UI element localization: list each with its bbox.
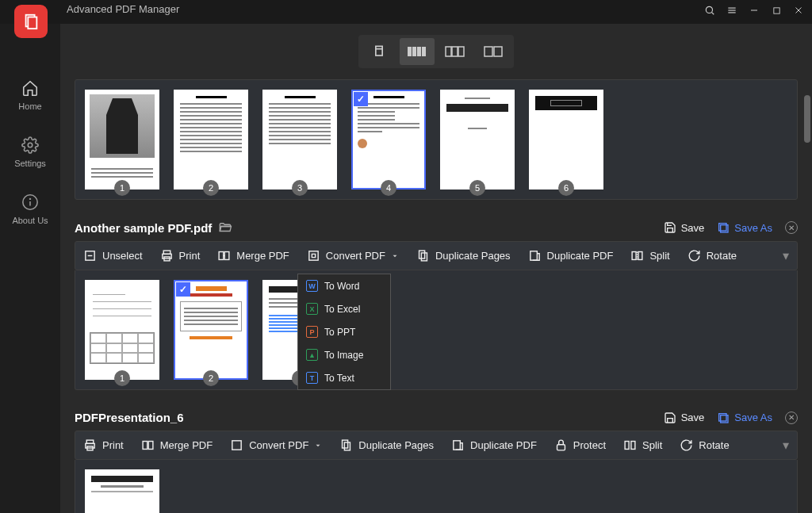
svg-point-14 [30, 198, 31, 199]
document-header: PDFPresentation_6 Save Save As ✕ [75, 411, 798, 424]
convert-dropdown: WTo Word XTo Excel PTo PPT ▲To Image TTo… [297, 274, 391, 390]
document-title: Another sample PDF.pdf [75, 221, 212, 235]
duplicate-pages-button[interactable]: Duplicate Pages [339, 438, 434, 452]
svg-rect-49 [148, 442, 153, 450]
image-icon: ▲ [306, 349, 318, 361]
page-number: 1 [114, 370, 130, 386]
svg-rect-50 [232, 441, 241, 450]
print-button[interactable]: Print [83, 438, 124, 452]
save-label: Save [681, 412, 705, 423]
document-section: 1 2 3 ✓ 4 5 [75, 79, 798, 200]
rotate-button[interactable]: Rotate [680, 438, 729, 452]
minimize-icon[interactable] [747, 3, 761, 17]
page-thumbnail[interactable]: ✓ 2 [174, 280, 248, 380]
svg-rect-54 [557, 445, 565, 450]
page-number: 5 [469, 180, 485, 196]
search-icon[interactable] [703, 3, 717, 17]
svg-rect-39 [530, 251, 537, 260]
page-thumbnail[interactable]: 3 [262, 90, 337, 190]
split-button[interactable]: Split [623, 438, 662, 452]
save-as-button[interactable]: Save As [717, 221, 772, 234]
svg-rect-15 [376, 46, 382, 56]
convert-button[interactable]: Convert PDF [307, 249, 399, 262]
save-button[interactable]: Save [664, 221, 705, 234]
duplicate-pages-button[interactable]: Duplicate Pages [416, 249, 511, 262]
info-icon [21, 193, 39, 211]
sidebar-item-about[interactable]: About Us [12, 193, 48, 225]
view-single[interactable] [362, 38, 396, 65]
svg-rect-21 [446, 47, 451, 56]
page-thumbnail[interactable]: 5 [440, 90, 515, 190]
svg-rect-18 [412, 47, 416, 56]
page-number: 4 [381, 180, 396, 196]
sidebar-item-settings[interactable]: Settings [14, 136, 46, 168]
page-thumbnail[interactable]: ✓ 4 [351, 90, 426, 190]
gear-icon [21, 136, 39, 154]
svg-rect-1 [28, 17, 36, 29]
chevron-down-icon [391, 252, 399, 260]
close-document-icon[interactable]: ✕ [785, 412, 798, 424]
unselect-button[interactable]: Unselect [83, 249, 143, 262]
rotate-button[interactable]: Rotate [688, 249, 737, 262]
svg-rect-55 [625, 442, 629, 450]
scrollbar-thumb[interactable] [804, 95, 810, 143]
close-icon[interactable] [791, 3, 806, 17]
check-icon: ✓ [354, 92, 368, 106]
page-thumbnail[interactable]: 6 [529, 90, 603, 190]
sidebar-item-home[interactable]: Home [18, 79, 41, 111]
page-thumbnail[interactable]: 1 [85, 90, 159, 190]
protect-button[interactable]: Protect [554, 438, 606, 452]
overflow-icon[interactable]: ▾ [783, 438, 789, 453]
merge-button[interactable]: Merge PDF [217, 249, 289, 262]
svg-point-11 [28, 143, 33, 147]
svg-rect-19 [417, 47, 421, 56]
sidebar-item-label: Home [18, 101, 41, 111]
convert-ppt[interactable]: PTo PPT [298, 320, 390, 343]
overflow-icon[interactable]: ▾ [783, 248, 789, 263]
page-thumbnail[interactable] [85, 469, 159, 513]
merge-button[interactable]: Merge PDF [141, 438, 213, 452]
menu-icon[interactable] [725, 3, 739, 17]
view-mode-bar [75, 35, 798, 68]
app-title: Advanced PDF Manager [67, 3, 695, 15]
svg-rect-22 [452, 47, 458, 56]
maximize-icon[interactable] [769, 3, 783, 17]
home-icon [21, 79, 39, 97]
save-as-label: Save As [734, 222, 772, 234]
app-logo [14, 5, 48, 38]
svg-rect-40 [633, 252, 637, 260]
save-button[interactable]: Save [664, 412, 705, 424]
convert-image[interactable]: ▲To Image [298, 343, 390, 366]
svg-rect-23 [458, 47, 464, 56]
save-as-label: Save As [734, 412, 772, 423]
page-thumbnail[interactable]: 2 [174, 90, 248, 190]
convert-text[interactable]: TTo Text [298, 366, 390, 389]
view-grid-small[interactable] [400, 38, 435, 65]
page-number: 2 [203, 370, 219, 386]
convert-excel[interactable]: XTo Excel [298, 297, 390, 320]
page-number: 1 [114, 180, 130, 196]
view-grid-med[interactable] [438, 38, 473, 65]
split-button[interactable]: Split [630, 249, 669, 262]
duplicate-pdf-button[interactable]: Duplicate PDF [451, 438, 537, 452]
save-as-button[interactable]: Save As [717, 412, 772, 424]
duplicate-pdf-button[interactable]: Duplicate PDF [528, 249, 614, 262]
convert-button[interactable]: Convert PDF [230, 438, 322, 452]
sidebar: Home Settings About Us [0, 24, 60, 513]
svg-rect-24 [485, 47, 492, 56]
svg-rect-34 [225, 252, 230, 260]
svg-rect-37 [419, 251, 424, 258]
folder-open-icon[interactable] [218, 220, 232, 235]
print-button[interactable]: Print [160, 249, 201, 262]
close-document-icon[interactable]: ✕ [785, 221, 798, 234]
page-thumbnail[interactable]: 1 [85, 280, 159, 380]
convert-word[interactable]: WTo Word [298, 274, 390, 297]
svg-rect-17 [408, 47, 412, 56]
svg-rect-25 [494, 47, 502, 56]
view-grid-large[interactable] [476, 38, 511, 65]
document-header: Another sample PDF.pdf Save Save As ✕ [75, 220, 798, 235]
sidebar-item-label: Settings [14, 159, 46, 168]
svg-rect-41 [638, 252, 642, 260]
document-toolbar: Print Merge PDF Convert PDF Duplicate Pa… [75, 431, 798, 460]
page-strip: 1 ✓ 2 3 [75, 270, 798, 390]
